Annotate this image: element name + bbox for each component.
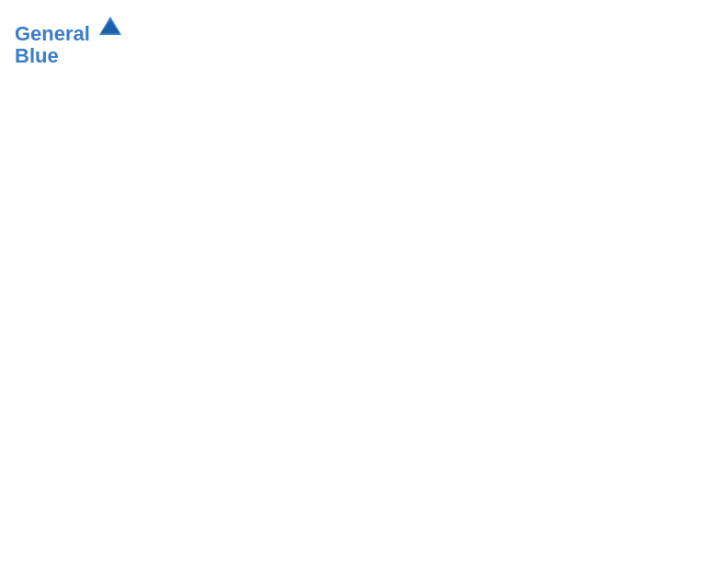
logo-text: General	[15, 15, 123, 45]
logo-general: General	[15, 22, 90, 45]
page-header: General Blue	[15, 15, 713, 67]
logo-icon	[97, 15, 123, 40]
logo-blue: Blue	[15, 45, 123, 67]
logo: General Blue	[15, 15, 123, 67]
svg-marker-1	[101, 20, 119, 33]
